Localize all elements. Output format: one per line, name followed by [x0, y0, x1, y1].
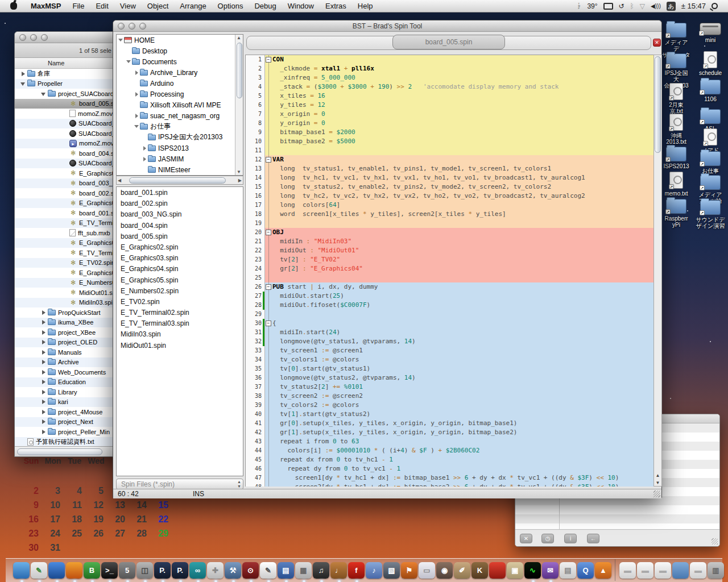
code-line[interactable]: 41 gr[0].setup(x_tiles, y_tiles, x_origi…: [246, 419, 653, 428]
dock-icon-cube-app[interactable]: ◫: [136, 562, 153, 579]
dock-icon-itunes[interactable]: ♪: [366, 562, 382, 579]
fold-toggle-icon[interactable]: −: [266, 321, 271, 326]
desktop-icon-okinawa-txt[interactable]: ↗沖縄 2013.txt: [662, 114, 690, 145]
disclosure-triangle[interactable]: [41, 310, 47, 315]
disclosure-triangle[interactable]: [134, 70, 139, 75]
dock-icon-windmill-app[interactable]: ✚: [207, 562, 224, 579]
spin-file-item[interactable]: E_TV02.spin: [117, 298, 243, 309]
dock-icon-documents-folder[interactable]: [672, 562, 689, 579]
scroll-down-arrow[interactable]: ▼: [654, 480, 661, 485]
code-line[interactable]: 37 tv_status2[2] += %0101: [246, 383, 653, 392]
back-button[interactable]: ←: [587, 534, 599, 543]
tree-item[interactable]: Xilisoft Xilisoft AVI MPE: [117, 99, 243, 110]
dropdown-stepper-icon[interactable]: ▲▼: [237, 480, 241, 489]
tree-item[interactable]: Processing: [117, 89, 243, 99]
dock-icon-notebook-app[interactable]: ▤: [278, 562, 294, 579]
spin-file-item[interactable]: E_Numbers02.spin: [117, 287, 243, 298]
spin-file-item[interactable]: board_001.spin: [117, 189, 243, 199]
disclosure-triangle[interactable]: [134, 92, 139, 97]
menu-item-options[interactable]: Options: [212, 0, 249, 13]
tree-item[interactable]: JASMIM: [117, 153, 243, 164]
disclosure-triangle[interactable]: [41, 369, 47, 375]
code-line[interactable]: 15 long tv_status2, tv_enable2, tv_pins2…: [246, 182, 653, 192]
code-line[interactable]: 33 tv_screen1 := @screen1: [246, 346, 653, 355]
history-button[interactable]: ◷: [541, 534, 554, 543]
tree-item[interactable]: ISPS2013: [117, 143, 243, 153]
dock-icon-textedit[interactable]: ✎: [260, 562, 276, 579]
desktop-icon-meado-txt[interactable]: ↗メアド: [694, 128, 727, 153]
dock-icon-min-window-2[interactable]: ▬: [637, 562, 653, 579]
disclosure-triangle[interactable]: [41, 350, 47, 355]
dock-icon-terminal[interactable]: >_: [101, 562, 118, 579]
code-line[interactable]: 14 long tv_hc1, tv_vc1, tv_hx1, tv_vx1, …: [246, 173, 653, 182]
code-line[interactable]: 3 _xinfreq = 5_000_000: [246, 73, 653, 82]
code-line[interactable]: 24 gr[2] : "E_Graphics04": [246, 264, 653, 273]
code-line[interactable]: 20−OBJ: [246, 228, 653, 237]
spin-file-item[interactable]: E_Graphics02.spin: [117, 243, 243, 254]
tree-horizontal-scrollbar[interactable]: ◀ ▶: [116, 176, 243, 185]
code-line[interactable]: 23 tv[2] : "E_TV02": [246, 255, 653, 264]
code-line[interactable]: 45 repeat dx from 0 to tv_hc1 - 1: [246, 455, 653, 464]
editor-vertical-scrollbar[interactable]: ▲ ▼: [653, 55, 662, 487]
input-method-icon[interactable]: あ: [667, 2, 676, 11]
temperature-value[interactable]: 39°: [587, 2, 597, 10]
tree-item[interactable]: Documents: [117, 56, 243, 67]
spin-file-item[interactable]: board_002.spin: [117, 199, 243, 210]
spin-file-item[interactable]: E_Graphics04.spin: [117, 265, 243, 276]
spin-file-list[interactable]: board_001.spinboard_002.spinboard_003_NG…: [116, 186, 243, 476]
dock-icon-journler[interactable]: ✎: [31, 562, 47, 579]
menu-item-help[interactable]: Help: [352, 0, 379, 13]
tree-item[interactable]: Arduino: [117, 78, 243, 89]
dock-icon-min-window-1[interactable]: ▬: [619, 562, 636, 579]
dock-icon-flash[interactable]: f: [348, 562, 365, 579]
code-line[interactable]: 46 repeat dy from 0 to tv_vc1 - 1: [246, 464, 653, 473]
disclosure-triangle[interactable]: [41, 379, 47, 385]
code-line[interactable]: 42 gr[1].setup(x_tiles, y_tiles, x_origi…: [246, 428, 653, 437]
scroll-left-arrow[interactable]: ◀: [117, 178, 122, 183]
desktop-icon-memo-txt[interactable]: ↗memo.txt: [662, 172, 690, 197]
dock-icon-garageband[interactable]: ♩: [330, 562, 347, 579]
scroll-up-arrow[interactable]: ▲: [654, 473, 661, 478]
zoom-button[interactable]: [139, 23, 146, 30]
menu-item-view[interactable]: View: [114, 0, 142, 13]
scrollbar-thumb[interactable]: [129, 177, 226, 184]
code-line[interactable]: 19: [246, 219, 653, 228]
code-line[interactable]: 13 long tv_status1, tv_enable1, tv_pins1…: [246, 164, 653, 173]
dock-icon-quicktime[interactable]: Q: [577, 562, 594, 579]
minimize-button[interactable]: [30, 34, 37, 41]
code-line[interactable]: 36 longmove(@tv_status2, @tvparams, 14): [246, 373, 653, 383]
disclosure-triangle[interactable]: [41, 399, 47, 405]
dock-icon-arduino[interactable]: ∞: [189, 562, 206, 579]
code-line[interactable]: 8 y_origin = 0: [246, 119, 653, 128]
code-line[interactable]: 28 midiOut.fifoset($C0007F): [246, 301, 653, 310]
desktop-icon-raspberrypi-folder[interactable]: ↗Raspberr yPi: [662, 199, 690, 228]
fold-toggle-icon[interactable]: −: [266, 157, 271, 163]
disclosure-triangle[interactable]: [20, 71, 26, 77]
volume-icon[interactable]: ◀))): [651, 3, 661, 9]
code-line[interactable]: 25: [246, 273, 653, 282]
bluetooth-icon[interactable]: ᛒ: [630, 2, 634, 10]
code-line[interactable]: 27 midiOut.start(25): [246, 292, 653, 301]
menu-clock[interactable]: ± 15:47: [681, 2, 706, 10]
disclosure-triangle[interactable]: [142, 156, 147, 161]
code-line[interactable]: 12−VAR: [246, 155, 653, 164]
dock-icon-paint-app[interactable]: ✐: [454, 562, 470, 579]
code-line[interactable]: 29: [246, 310, 653, 319]
dock-icon-imovie[interactable]: ▧: [383, 562, 400, 579]
code-line[interactable]: 18 word screen1[x_tiles * y_tiles], scre…: [246, 210, 653, 219]
dock-icon-propeller-tool[interactable]: P.: [154, 562, 171, 579]
display-icon[interactable]: [603, 3, 613, 10]
code-line[interactable]: 6 y_tiles = 12: [246, 101, 653, 110]
tree-item[interactable]: Desktop: [117, 45, 243, 56]
scroll-right-arrow[interactable]: ▶: [237, 178, 243, 183]
scroll-down-arrow[interactable]: ▼: [237, 169, 241, 174]
file-filter-dropdown[interactable]: Spin Files (*.spin) ▲▼: [116, 479, 243, 490]
scrollbar-thumb[interactable]: [655, 56, 661, 153]
disclosure-triangle[interactable]: [142, 146, 147, 151]
code-line[interactable]: 38 tv_screen2 := @screen2: [246, 392, 653, 401]
dock-icon-xcode[interactable]: ⚒: [225, 562, 241, 579]
fold-toggle-icon[interactable]: −: [266, 230, 271, 235]
close-tab-button[interactable]: ✕: [653, 39, 661, 47]
code-line[interactable]: 35 tv[0].start(@tv_status1): [246, 364, 653, 373]
menu-item-object[interactable]: Object: [142, 0, 175, 13]
